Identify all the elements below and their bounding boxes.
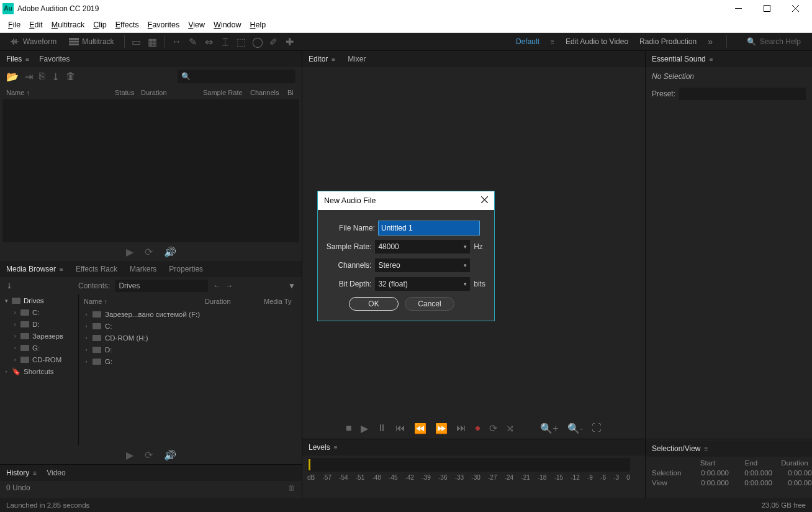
heal-tool-icon[interactable]: ✚ [283, 35, 297, 48]
sel-start-value[interactable]: 0:00.000 [687, 469, 729, 477]
tree-shortcuts[interactable]: ›🔖Shortcuts [0, 365, 78, 377]
tab-selection-view[interactable]: Selection/View ≡ [652, 444, 708, 453]
list-item[interactable]: ›C: [79, 320, 302, 332]
workspace-more-icon[interactable]: » [708, 37, 713, 47]
menu-clip[interactable]: Clip [89, 21, 111, 29]
play-icon[interactable]: ▶ [126, 246, 133, 258]
panel-menu-icon[interactable]: ≡ [332, 56, 335, 63]
tab-essential-sound[interactable]: Essential Sound ≡ [652, 55, 713, 63]
view-dur-value[interactable]: 0:00.000 [774, 479, 812, 487]
column-duration[interactable]: Duration [205, 298, 264, 305]
tab-media-browser[interactable]: Media Browser ≡ [6, 265, 63, 273]
list-item[interactable]: ›G: [79, 355, 302, 367]
slip-tool-icon[interactable]: ⇔ [202, 35, 216, 48]
menu-help[interactable]: Help [246, 21, 271, 29]
panel-menu-icon[interactable]: ≡ [710, 56, 713, 63]
sample-rate-select[interactable]: 48000▾ [375, 240, 470, 254]
tab-properties[interactable]: Properties [169, 265, 203, 273]
tree-drive-item[interactable]: ›D: [0, 318, 78, 330]
bit-depth-select[interactable]: 32 (float)▾ [375, 277, 470, 291]
lasso-tool-icon[interactable]: ◯ [251, 35, 264, 48]
tree-drive-item[interactable]: ›G: [0, 342, 78, 354]
autoplay-icon[interactable]: 🔊 [164, 449, 176, 461]
tree-drives-root[interactable]: ▾Drives [0, 295, 78, 306]
panel-menu-icon[interactable]: ≡ [25, 56, 29, 63]
tab-editor[interactable]: Editor ≡ [309, 55, 335, 63]
brush-tool-icon[interactable]: ✐ [267, 35, 281, 48]
workspace-radio[interactable]: Radio Production [639, 37, 697, 46]
workspace-eav[interactable]: Edit Audio to Video [566, 37, 628, 46]
import-to-files-icon[interactable]: ⤓ [6, 281, 12, 290]
stop-button[interactable]: ■ [346, 423, 352, 434]
hud-toggle-icon[interactable]: ▭ [130, 35, 143, 48]
loop-icon[interactable]: ⟳ [145, 449, 153, 461]
menu-favorites[interactable]: Favorites [143, 21, 184, 29]
menu-effects[interactable]: Effects [111, 21, 143, 29]
clear-history-icon[interactable]: 🗑 [288, 483, 295, 492]
column-channels[interactable]: Channels [250, 89, 287, 96]
spectral-toggle-icon[interactable]: ▦ [146, 35, 160, 48]
dialog-close-icon[interactable] [481, 196, 488, 205]
sel-end-value[interactable]: 0:00.000 [730, 469, 772, 477]
menu-multitrack[interactable]: Multitrack [47, 21, 89, 29]
tab-levels[interactable]: Levels ≡ [309, 443, 338, 452]
tab-mixer[interactable]: Mixer [348, 55, 366, 63]
back-icon[interactable]: ← [213, 281, 220, 290]
panel-menu-icon[interactable]: ≡ [334, 444, 338, 451]
multitrack-mode-button[interactable]: Multitrack [64, 35, 119, 48]
ok-button[interactable]: OK [349, 297, 399, 311]
channels-select[interactable]: Stereo▾ [375, 258, 470, 272]
tree-drive-item[interactable]: ›Зарезерв [0, 330, 78, 342]
panel-menu-icon[interactable]: ≡ [33, 470, 37, 477]
zoom-out-icon[interactable]: 🔍- [567, 423, 583, 434]
marquee-tool-icon[interactable]: ⬚ [235, 35, 248, 48]
skip-selection-button[interactable]: ⤨ [506, 423, 514, 434]
panel-menu-icon[interactable]: ≡ [705, 446, 708, 452]
tab-files[interactable]: Files ≡ [6, 55, 29, 63]
search-help-input[interactable]: 🔍 Search Help [741, 37, 807, 46]
view-start-value[interactable]: 0:00.000 [687, 479, 729, 487]
column-media-type[interactable]: Media Ty [264, 298, 291, 305]
forward-icon[interactable]: → [225, 281, 233, 290]
tab-favorites[interactable]: Favorites [39, 55, 70, 63]
play-icon[interactable]: ▶ [126, 449, 133, 461]
go-to-end-button[interactable]: ⏭ [456, 423, 466, 434]
tree-drive-item[interactable]: ›CD-ROM [0, 354, 78, 365]
column-duration[interactable]: Duration [141, 89, 203, 96]
panel-menu-icon[interactable]: ≡ [60, 266, 63, 273]
import-icon[interactable]: ⇥ [25, 71, 33, 83]
menu-file[interactable]: File [4, 21, 25, 29]
zoom-in-icon[interactable]: 🔍+ [540, 423, 558, 434]
column-sample-rate[interactable]: Sample Rate [203, 89, 250, 96]
waveform-mode-button[interactable]: Waveform [5, 35, 61, 48]
time-selection-tool-icon[interactable]: ⌶ [219, 35, 232, 48]
files-list[interactable] [2, 99, 299, 242]
menu-view[interactable]: View [184, 21, 209, 29]
list-item[interactable]: ›CD-ROM (H:) [79, 332, 302, 344]
tab-effects-rack[interactable]: Effects Rack [76, 265, 117, 273]
loop-icon[interactable]: ⟳ [145, 246, 153, 258]
new-file-icon[interactable]: ⎘ [39, 71, 45, 82]
workspace-menu-icon[interactable]: ≡ [551, 39, 554, 45]
files-search-input[interactable]: 🔍 [178, 70, 295, 83]
column-status[interactable]: Status [115, 89, 141, 96]
tree-drive-item[interactable]: ›C: [0, 306, 78, 318]
workspace-default[interactable]: Default [516, 37, 539, 46]
tab-history[interactable]: History ≡ [6, 469, 37, 477]
menu-window[interactable]: Window [209, 21, 245, 29]
play-button[interactable]: ▶ [361, 423, 368, 434]
preset-select[interactable] [679, 88, 806, 100]
loop-button[interactable]: ⟳ [489, 423, 497, 434]
column-bitdepth[interactable]: Bi [287, 89, 294, 96]
list-item[interactable]: ›D: [79, 344, 302, 355]
delete-icon[interactable]: 🗑 [66, 71, 76, 82]
tab-video[interactable]: Video [47, 469, 65, 477]
contents-select[interactable]: Drives [115, 280, 208, 292]
move-tool-icon[interactable]: ↔ [170, 35, 184, 48]
record-button[interactable]: ● [475, 423, 481, 434]
menu-edit[interactable]: Edit [25, 21, 47, 29]
autoplay-icon[interactable]: 🔊 [164, 246, 176, 258]
open-file-icon[interactable]: 📂 [6, 71, 19, 83]
view-end-value[interactable]: 0:00.000 [730, 479, 772, 487]
insert-icon[interactable]: ⤓ [52, 71, 60, 83]
